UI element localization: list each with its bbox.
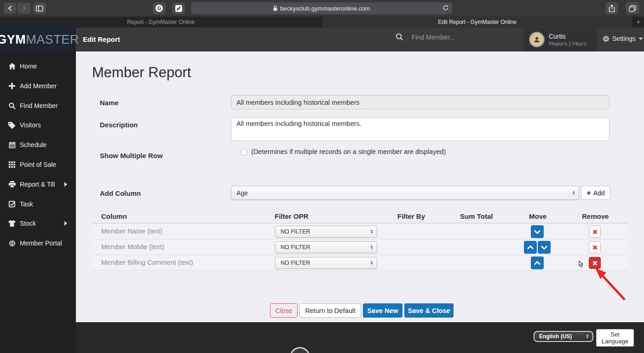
- printer-icon: [8, 181, 16, 188]
- sidebar: Home Add Member Find Member Visitors Sch…: [0, 51, 76, 353]
- search-icon: [396, 33, 403, 41]
- sidebar-item-schedule[interactable]: Schedule: [0, 138, 76, 152]
- set-language-button[interactable]: Set Language: [596, 329, 634, 347]
- remove-button[interactable]: [589, 241, 601, 253]
- submenu-arrow-icon: [64, 182, 67, 187]
- col-header-remove: Remove: [582, 212, 609, 220]
- multi-row-hint: (Determines if multiple records on a sin…: [251, 148, 446, 155]
- user-name: Curtis: [549, 33, 586, 40]
- close-button[interactable]: Close: [270, 303, 298, 318]
- filter-opr-select[interactable]: NO FILTER ▲▼: [275, 226, 377, 238]
- plus-icon: [8, 83, 16, 89]
- url-bar[interactable]: beckysclub.gymmasteronline.com: [191, 2, 452, 14]
- sidebar-item-add-member[interactable]: Add Member: [0, 79, 76, 93]
- x-icon: [592, 261, 598, 266]
- sidebar-item-find-member[interactable]: Find Member: [0, 99, 76, 113]
- tab-edit-report[interactable]: Edit Report - GymMaster Online: [322, 17, 633, 28]
- gymmaster-logo[interactable]: GYMMASTER: [0, 28, 76, 51]
- add-column-select[interactable]: Age ▲▼: [231, 186, 579, 200]
- remove-button-hovered[interactable]: [589, 257, 601, 269]
- description-input[interactable]: [231, 117, 610, 141]
- name-input[interactable]: [231, 95, 610, 109]
- select-stepper-icon: ▲▼: [370, 229, 377, 234]
- select-stepper-icon: ▲▼: [572, 191, 579, 195]
- multi-row-checkbox[interactable]: [241, 149, 247, 155]
- user-club: Phatso's 2 Fitso's: [549, 41, 586, 46]
- footer: English (US) ▲▼ Set Language: [76, 322, 644, 353]
- tabs-overview-icon[interactable]: [626, 2, 639, 14]
- col-header-move: Move: [529, 212, 546, 220]
- reload-icon[interactable]: [443, 5, 448, 11]
- check-square-icon: [8, 201, 16, 207]
- app-header: GYMMASTER Edit Report Curtis Phatso's 2 …: [0, 28, 644, 51]
- search-icon: [8, 102, 16, 109]
- share-icon[interactable]: [605, 2, 618, 14]
- return-to-default-button[interactable]: Return to Default: [299, 303, 361, 318]
- select-stepper-icon: ▲▼: [586, 334, 592, 339]
- sidebar-item-task[interactable]: Task: [0, 197, 76, 211]
- sidebar-item-report-till[interactable]: Report & Till: [0, 177, 76, 191]
- grid-icon: [8, 161, 16, 168]
- settings-button[interactable]: Settings: [603, 35, 643, 42]
- page-title: Edit Report: [83, 35, 120, 43]
- move-down-button[interactable]: [531, 225, 544, 238]
- forward-icon[interactable]: [17, 3, 30, 14]
- plus-icon: +: [586, 189, 591, 197]
- sidebar-item-home[interactable]: Home: [0, 59, 76, 73]
- url-text: beckysclub.gymmasteronline.com: [280, 5, 370, 12]
- extension-notes-icon[interactable]: [172, 2, 185, 14]
- col-header-filter-by: Filter By: [397, 212, 425, 220]
- sidebar-item-visitors[interactable]: Visitors: [0, 118, 76, 132]
- table-row: Member Name (text) NO FILTER ▲▼: [92, 224, 628, 239]
- col-header-sum-total: Sum Total: [460, 212, 493, 220]
- table-header-divider: [92, 223, 628, 223]
- description-label: Description: [100, 121, 138, 129]
- report-title: Member Report: [92, 64, 191, 81]
- move-down-button[interactable]: [538, 241, 551, 254]
- save-new-button[interactable]: Save New: [363, 303, 402, 318]
- sidebar-item-point-of-sale[interactable]: Point of Sale: [0, 158, 76, 171]
- svg-text:G: G: [157, 6, 161, 11]
- move-up-button[interactable]: [531, 256, 544, 269]
- x-icon: [592, 229, 598, 234]
- new-tab-button[interactable]: +: [633, 17, 644, 28]
- lock-icon: [273, 6, 277, 11]
- user-menu[interactable]: Curtis Phatso's 2 Fitso's: [524, 28, 597, 51]
- home-icon: [8, 63, 16, 69]
- calendar-icon: [8, 142, 16, 148]
- find-member-input[interactable]: [412, 34, 508, 41]
- tab-bar: Report - GymMaster Online Edit Report - …: [0, 17, 644, 28]
- x-icon: [592, 245, 598, 250]
- table-row: Member Billing Comment (text) NO FILTER …: [92, 255, 628, 271]
- browser-toolbar: G beckysclub.gymmasteronline.com: [0, 0, 644, 17]
- filter-opr-select[interactable]: NO FILTER ▲▼: [275, 241, 377, 253]
- table-row: Member Mobile (text) NO FILTER ▲▼: [92, 239, 628, 255]
- add-column-button[interactable]: + Add: [581, 186, 610, 200]
- language-select[interactable]: English (US) ▲▼: [534, 331, 593, 342]
- remove-button[interactable]: [589, 226, 601, 238]
- save-and-close-button[interactable]: Save & Close: [404, 303, 454, 318]
- avatar: [529, 32, 545, 47]
- shirt-icon: [8, 220, 16, 227]
- col-header-filter-opr: Filter OPR: [275, 212, 308, 220]
- sidebar-item-stock[interactable]: Stock: [0, 216, 76, 230]
- submenu-arrow-icon: [64, 221, 67, 226]
- tab-report[interactable]: Report - GymMaster Online: [0, 17, 322, 28]
- back-icon[interactable]: [4, 3, 17, 14]
- globe-icon: [8, 240, 16, 247]
- sidebar-item-member-portal[interactable]: Member Portal: [0, 236, 76, 250]
- col-header-column: Column: [101, 212, 127, 220]
- move-up-button[interactable]: [524, 241, 537, 254]
- select-stepper-icon: ▲▼: [370, 261, 377, 265]
- tag-icon: [8, 122, 16, 129]
- extension-g-icon[interactable]: G: [153, 2, 166, 14]
- select-stepper-icon: ▲▼: [370, 245, 377, 250]
- screen: G beckysclub.gymmasteronline.com Report …: [0, 0, 644, 353]
- name-label: Name: [100, 99, 119, 107]
- annotation-arrow: [591, 265, 630, 307]
- gear-icon: [603, 35, 610, 42]
- add-column-label: Add Column: [100, 189, 141, 197]
- sidebar-toggle-icon[interactable]: [33, 3, 46, 14]
- settings-caret-icon: [638, 38, 643, 40]
- filter-opr-select[interactable]: NO FILTER ▲▼: [275, 257, 377, 269]
